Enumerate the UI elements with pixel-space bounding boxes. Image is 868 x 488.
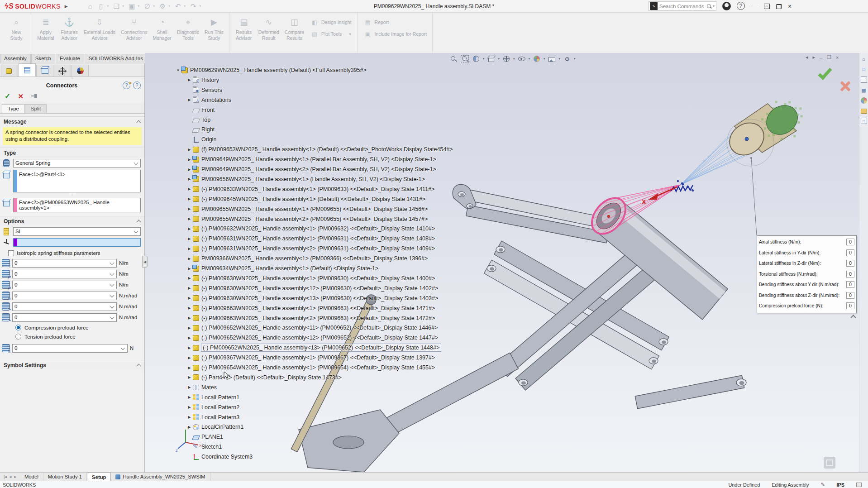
tab-property-manager[interactable] xyxy=(19,63,36,77)
ok-icon[interactable]: ✓ xyxy=(5,92,10,100)
panel-collapse-arrow[interactable]: ◀ xyxy=(142,256,148,268)
file-explorer-icon[interactable] xyxy=(861,77,867,83)
symbol-settings-header[interactable]: Symbol Settings xyxy=(0,360,144,370)
tab-sketch[interactable]: Sketch xyxy=(31,54,55,63)
undo-icon[interactable]: ↶ xyxy=(173,2,183,10)
tab-type[interactable]: Type xyxy=(2,104,25,113)
apply-material-button[interactable]: ≣Apply Material xyxy=(34,14,57,51)
dropdown-caret-icon[interactable]: ▾ xyxy=(168,4,172,8)
view-settings-icon[interactable]: ⚙ xyxy=(563,55,572,63)
dropdown-caret-icon[interactable]: ▾ xyxy=(513,57,515,61)
whats-new-help-icon[interactable]: ? xyxy=(123,81,130,89)
selection-resize-handle[interactable]: ○ xyxy=(0,193,144,196)
dropdown-caret-icon[interactable]: ▾ xyxy=(349,32,351,36)
dropdown-caret-icon[interactable]: ▾ xyxy=(184,4,187,8)
search-icon[interactable] xyxy=(706,4,712,9)
view-palette-icon[interactable]: ▦ xyxy=(861,87,867,93)
dropdown-caret-icon[interactable]: ▾ xyxy=(574,57,576,61)
hide-show-icon[interactable] xyxy=(517,55,526,63)
compression-radio[interactable] xyxy=(15,325,21,330)
plot-tools-button[interactable]: ▧Plot Tools▾ xyxy=(310,30,352,38)
message-section-header[interactable]: Message xyxy=(0,116,144,126)
stiffness-input-0[interactable]: 0 xyxy=(12,259,117,268)
coordinate-system-field[interactable] xyxy=(13,238,141,247)
stiffness-input-2[interactable]: 0 xyxy=(12,281,117,289)
panel-help-icon[interactable]: ? xyxy=(133,81,141,89)
custom-properties-icon[interactable]: ≡ xyxy=(861,118,867,124)
collapse-chevron-icon[interactable] xyxy=(137,220,141,223)
new-document-icon[interactable]: ▯ xyxy=(96,2,106,10)
selection-box-1[interactable]: Face<1>@Part4<1> xyxy=(13,170,141,192)
decals-icon[interactable] xyxy=(861,109,867,114)
status-units[interactable]: IPS xyxy=(837,482,844,488)
tab-configuration[interactable] xyxy=(36,65,53,77)
attach-icon[interactable]: ∅ xyxy=(142,2,152,10)
callout-value[interactable]: 0 xyxy=(846,239,854,245)
save-icon[interactable]: ▣ xyxy=(127,2,137,10)
stiffness-input-1[interactable]: 0 xyxy=(12,270,117,278)
type-section-header[interactable]: Type xyxy=(0,148,144,158)
dropdown-caret-icon[interactable]: ▾ xyxy=(107,4,110,8)
resources-icon[interactable]: ⌂ xyxy=(861,56,867,62)
callout-value[interactable]: 0 xyxy=(846,281,854,288)
section-view-icon[interactable] xyxy=(472,55,481,63)
options-gear-icon[interactable]: ⚙ xyxy=(157,2,167,10)
fixtures-advisor-button[interactable]: ⚓Fixtures Advisor xyxy=(57,14,81,51)
tab-assembly[interactable]: Assembly xyxy=(0,54,31,63)
dropdown-caret-icon[interactable]: ▾ xyxy=(529,57,530,61)
report-button[interactable]: ▤Report xyxy=(364,18,427,26)
tab-model[interactable]: Model xyxy=(20,473,43,481)
callout-collapse-icon[interactable] xyxy=(851,315,856,318)
tab-split[interactable]: Split xyxy=(25,104,47,113)
open-icon[interactable]: ❏ xyxy=(111,2,121,10)
resize-icon[interactable] xyxy=(764,4,770,9)
display-style-icon[interactable] xyxy=(502,55,511,63)
selection-box-2[interactable]: Face<2>@PM009653WN2025_ Handle assembly<… xyxy=(13,198,141,212)
include-image-for-report-button[interactable]: ▣Include Image for Report xyxy=(364,30,427,38)
tab-handle-assembly_wn2025_swsim[interactable]: Handle Assembly_WN2025_SWSIM xyxy=(111,473,210,481)
minimize-icon[interactable]: – xyxy=(820,55,822,60)
cancel-icon[interactable]: ✕ xyxy=(18,92,24,100)
search-dropdown-icon[interactable]: ▾ xyxy=(713,4,715,8)
panel-resize-handle[interactable]: ○ xyxy=(0,77,144,80)
results-advisor-button[interactable]: ▤Results Advisor xyxy=(232,14,256,51)
tab-solidworks-add-ins[interactable]: SOLIDWORKS Add-Ins xyxy=(85,54,147,63)
pin-icon[interactable] xyxy=(31,93,38,100)
help-icon[interactable]: ? xyxy=(737,2,745,10)
callout-value[interactable]: 0 xyxy=(846,302,854,309)
deformed-result-button[interactable]: ∿Deformed Result xyxy=(256,14,282,51)
callout-value[interactable]: 0 xyxy=(846,292,854,299)
zoom-area-icon[interactable] xyxy=(460,55,469,63)
spring-type-select[interactable]: General Spring xyxy=(13,159,141,167)
dropdown-caret-icon[interactable]: ▾ xyxy=(122,4,126,8)
redo-icon[interactable]: ↷ xyxy=(188,2,198,10)
first-icon[interactable]: |◂ xyxy=(4,474,7,479)
appearances-icon[interactable] xyxy=(861,97,867,104)
forward-icon[interactable]: ▸ xyxy=(813,54,816,60)
dropdown-caret-icon[interactable]: ▾ xyxy=(483,57,485,61)
tab-display-manager[interactable] xyxy=(72,65,89,77)
next-icon[interactable]: ▸ xyxy=(14,474,16,479)
logo-expand-arrow-icon[interactable]: ▶ xyxy=(65,4,68,9)
apply-scene-icon[interactable] xyxy=(548,55,557,63)
restore-icon[interactable] xyxy=(776,4,782,9)
diagnostic-tools-button[interactable]: ⌖Diagnostic Tools xyxy=(174,14,202,51)
external-loads-advisor-button[interactable]: ⇩External Loads Advisor xyxy=(81,14,118,51)
home-icon[interactable]: ⌂ xyxy=(85,2,95,10)
prev-icon[interactable]: ◂ xyxy=(10,474,12,479)
dropdown-caret-icon[interactable]: ▾ xyxy=(559,57,561,61)
collapse-chevron-icon[interactable] xyxy=(137,364,141,367)
new-study-button[interactable]: ⌕New Study xyxy=(5,14,28,51)
tab-motion-study-1[interactable]: Motion Study 1 xyxy=(43,473,87,481)
back-icon[interactable]: ◂ xyxy=(806,54,808,60)
user-avatar[interactable] xyxy=(722,2,731,10)
restore-icon[interactable]: ❐ xyxy=(827,54,831,60)
edit-appearance-icon[interactable] xyxy=(532,55,541,63)
dropdown-caret-icon[interactable]: ▾ xyxy=(498,57,500,61)
compare-results-button[interactable]: ◫Compare Results xyxy=(282,14,307,51)
zoom-fit-icon[interactable] xyxy=(449,55,458,63)
close-icon[interactable]: × xyxy=(836,55,839,60)
connections-advisor-button[interactable]: ⑂Connections Advisor xyxy=(118,14,150,51)
stiffness-input-5[interactable]: 0 xyxy=(12,313,117,322)
tab-evaluate[interactable]: Evaluate xyxy=(56,54,84,63)
